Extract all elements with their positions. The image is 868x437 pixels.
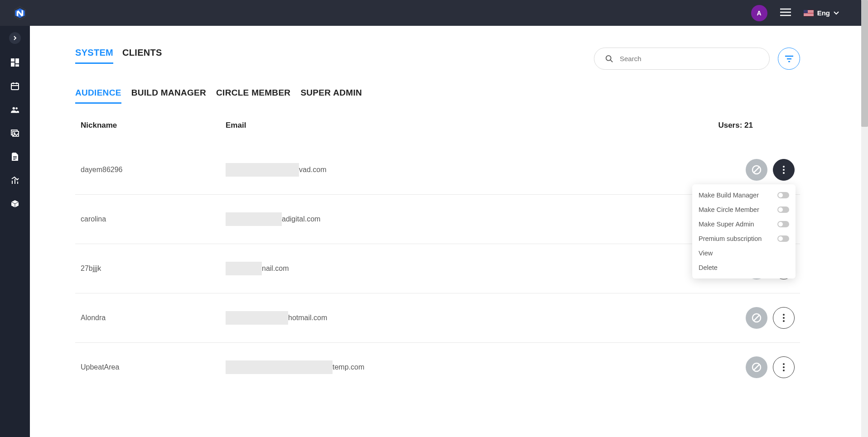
more-button[interactable] <box>773 307 795 329</box>
menu-item-delete[interactable]: Delete <box>692 260 796 275</box>
table-row: 27bjjjknail.com <box>75 244 800 293</box>
svg-point-45 <box>783 317 785 319</box>
menu-item-label: Make Super Admin <box>699 221 754 228</box>
tab-system[interactable]: SYSTEM <box>75 48 113 64</box>
avatar[interactable]: A <box>751 5 767 21</box>
menu-item-make-circle-member[interactable]: Make Circle Member <box>692 202 796 217</box>
svg-rect-16 <box>13 156 17 157</box>
menu-item-view[interactable]: View <box>692 246 796 260</box>
toggle-switch[interactable] <box>777 235 789 242</box>
more-button[interactable] <box>773 356 795 378</box>
svg-point-44 <box>783 314 785 316</box>
user-email: vad.com <box>226 163 746 177</box>
user-nickname: Alondra <box>81 314 226 322</box>
svg-point-31 <box>783 172 785 174</box>
user-nickname: carolina <box>81 215 226 223</box>
filter-button[interactable] <box>778 48 800 70</box>
search-icon <box>605 55 613 63</box>
redacted-segment <box>226 163 299 177</box>
menu-icon[interactable] <box>780 8 791 18</box>
app-logo[interactable] <box>11 4 29 22</box>
svg-line-48 <box>754 365 759 370</box>
svg-point-15 <box>14 133 15 134</box>
ban-button[interactable] <box>746 356 767 378</box>
secondary-tabs: AUDIENCEBUILD MANAGERCIRCLE MEMBERSUPER … <box>75 88 800 104</box>
svg-point-51 <box>783 370 785 371</box>
scrollbar[interactable] <box>861 0 868 437</box>
main-content: SYSTEMCLIENTS AUDIENCEBUILD MANAGERCIRCL… <box>30 26 868 437</box>
menu-item-label: View <box>699 250 713 257</box>
email-suffix: vad.com <box>299 166 326 174</box>
more-button[interactable] <box>773 159 795 181</box>
more-vert-icon <box>783 166 785 174</box>
svg-rect-6 <box>15 64 19 67</box>
svg-point-30 <box>783 169 785 171</box>
redacted-segment <box>226 311 288 325</box>
subtab-super-admin[interactable]: SUPER ADMIN <box>300 88 362 104</box>
user-email: nail.com <box>226 262 746 275</box>
ban-button[interactable] <box>746 159 767 181</box>
svg-line-28 <box>754 167 759 173</box>
email-suffix: temp.com <box>333 363 364 371</box>
svg-point-22 <box>606 55 611 60</box>
table-header: Nickname Email Users: 21 <box>75 121 800 145</box>
block-icon <box>752 165 762 175</box>
menu-item-label: Delete <box>699 264 718 271</box>
table-row: carolinaadigital.com <box>75 195 800 244</box>
search-box[interactable] <box>594 48 770 70</box>
svg-rect-5 <box>11 62 14 67</box>
user-email: adigital.com <box>226 212 746 226</box>
chevron-right-icon <box>13 36 17 40</box>
toggle-switch[interactable] <box>777 221 789 227</box>
ban-button[interactable] <box>746 307 767 329</box>
email-suffix: hotmail.com <box>288 314 327 322</box>
svg-line-23 <box>611 60 613 62</box>
subtab-build-manager[interactable]: BUILD MANAGER <box>131 88 206 104</box>
svg-point-50 <box>783 366 785 368</box>
menu-item-make-super-admin[interactable]: Make Super Admin <box>692 217 796 231</box>
sidebar <box>0 26 30 437</box>
more-vert-icon <box>783 363 785 371</box>
user-list: dayem86296vad.comMake Build ManagerMake … <box>75 145 800 392</box>
col-nickname: Nickname <box>81 121 226 130</box>
package-icon[interactable] <box>10 199 20 209</box>
menu-item-premium[interactable]: Premium subscription <box>692 231 796 246</box>
sidebar-toggle[interactable] <box>9 32 21 44</box>
svg-line-43 <box>754 315 759 321</box>
analytics-icon[interactable] <box>10 175 20 185</box>
user-email: temp.com <box>226 360 746 374</box>
redacted-segment <box>226 360 333 374</box>
users-icon[interactable] <box>10 105 20 115</box>
language-selector[interactable]: Eng <box>804 9 839 17</box>
svg-rect-4 <box>15 58 19 63</box>
language-label: Eng <box>817 9 830 17</box>
menu-item-label: Make Build Manager <box>699 192 759 199</box>
more-vert-icon <box>783 314 785 322</box>
toggle-switch[interactable] <box>777 206 789 213</box>
table-row: Alondrahotmail.com <box>75 293 800 343</box>
image-icon[interactable] <box>10 128 20 138</box>
filter-icon <box>785 55 794 63</box>
table-row: UpbeatAreatemp.com <box>75 343 800 392</box>
svg-rect-3 <box>11 58 14 62</box>
row-actions <box>746 307 795 329</box>
calendar-icon[interactable] <box>10 81 20 91</box>
toggle-switch[interactable] <box>777 192 789 198</box>
dashboard-icon[interactable] <box>10 58 20 67</box>
primary-tabs: SYSTEMCLIENTS <box>75 48 162 64</box>
menu-item-make-build-manager[interactable]: Make Build Manager <box>692 188 796 202</box>
document-icon[interactable] <box>10 152 20 162</box>
menu-item-label: Make Circle Member <box>699 206 759 213</box>
subtab-circle-member[interactable]: CIRCLE MEMBER <box>216 88 290 104</box>
users-count: Users: 21 <box>718 121 753 130</box>
col-email: Email <box>226 121 718 130</box>
search-input[interactable] <box>620 55 758 62</box>
subtab-audience[interactable]: AUDIENCE <box>75 88 121 104</box>
svg-point-46 <box>783 320 785 322</box>
svg-rect-7 <box>11 83 19 90</box>
svg-point-29 <box>783 166 785 168</box>
row-actions: Make Build ManagerMake Circle MemberMake… <box>746 159 795 181</box>
user-nickname: 27bjjjk <box>81 264 226 273</box>
tab-clients[interactable]: CLIENTS <box>122 48 162 64</box>
svg-rect-18 <box>13 159 15 160</box>
